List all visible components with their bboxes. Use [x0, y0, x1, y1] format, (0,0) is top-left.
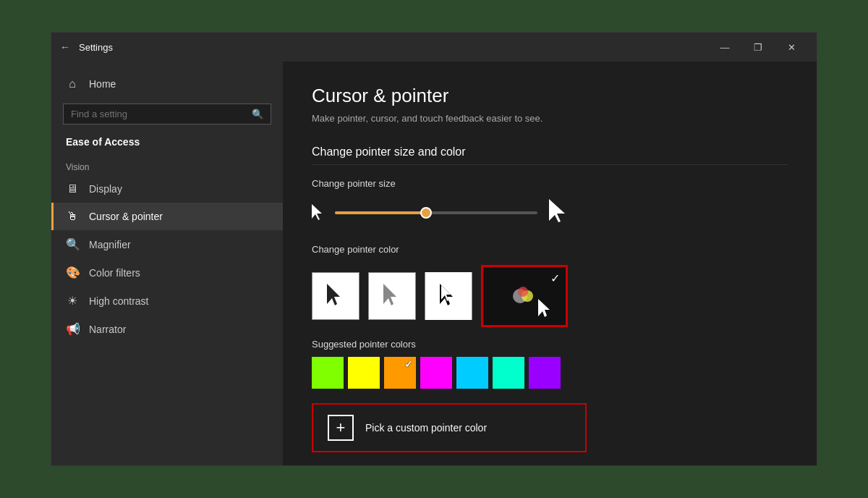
- sidebar-group-vision: Vision: [51, 156, 283, 175]
- narrator-icon: 📢: [66, 322, 79, 336]
- display-icon: 🖥: [66, 182, 79, 195]
- color-option-black[interactable]: [312, 272, 359, 320]
- pointer-size-slider-row: [312, 199, 788, 227]
- swatch-orange[interactable]: [384, 357, 416, 389]
- swatch-purple[interactable]: [529, 357, 561, 389]
- suggested-colors-row: [312, 357, 788, 389]
- close-button[interactable]: ✕: [775, 33, 808, 62]
- sidebar: ⌂ Home 🔍 Ease of Access Vision 🖥 Display…: [51, 62, 283, 465]
- plus-icon: +: [328, 415, 354, 441]
- sidebar-item-label: Display: [89, 183, 122, 195]
- sidebar-item-magnifier[interactable]: 🔍 Magnifier: [51, 230, 283, 258]
- svg-marker-3: [383, 284, 396, 305]
- sidebar-item-label: Color filters: [89, 267, 140, 279]
- minimize-button[interactable]: —: [708, 33, 741, 62]
- pointer-color-label: Change pointer color: [312, 244, 788, 255]
- svg-marker-0: [312, 204, 322, 220]
- pointer-color-options: ✓: [312, 265, 788, 327]
- search-icon: 🔍: [252, 109, 263, 119]
- sidebar-item-label: High contrast: [89, 295, 148, 307]
- svg-marker-9: [538, 299, 550, 317]
- invert-box: [425, 272, 472, 320]
- section-heading: Change pointer size and color: [312, 145, 788, 165]
- swatch-teal[interactable]: [493, 357, 524, 389]
- sidebar-item-label: Cursor & pointer: [89, 211, 163, 222]
- sidebar-item-narrator[interactable]: 📢 Narrator: [51, 315, 283, 343]
- selected-checkmark: ✓: [550, 271, 560, 285]
- sidebar-item-home[interactable]: ⌂ Home: [51, 70, 283, 98]
- titlebar: ← Settings — ❐ ✕: [51, 33, 817, 62]
- svg-point-8: [518, 287, 528, 297]
- size-slider-track[interactable]: [335, 211, 537, 214]
- slider-fill: [335, 211, 426, 214]
- sidebar-item-cursor[interactable]: 🖱 Cursor & pointer: [51, 203, 283, 230]
- svg-marker-1: [549, 199, 565, 222]
- window-controls: — ❐ ✕: [708, 33, 808, 62]
- main-content: Cursor & pointer Make pointer, cursor, a…: [283, 62, 817, 465]
- color-option-custom[interactable]: ✓: [481, 265, 568, 327]
- swatch-yellow[interactable]: [348, 357, 380, 389]
- sidebar-item-display[interactable]: 🖥 Display: [51, 175, 283, 203]
- high-contrast-icon: ☀: [66, 294, 79, 308]
- sidebar-item-label: Narrator: [89, 324, 126, 335]
- page-title: Cursor & pointer: [312, 85, 788, 107]
- sidebar-item-label: Magnifier: [89, 239, 131, 250]
- swatch-magenta[interactable]: [420, 357, 452, 389]
- sidebar-section-title: Ease of Access: [51, 133, 283, 156]
- home-icon: ⌂: [66, 77, 79, 90]
- color-option-white[interactable]: [368, 272, 416, 320]
- cursor-large-icon: [549, 199, 568, 227]
- page-subtitle: Make pointer, cursor, and touch feedback…: [312, 113, 788, 124]
- svg-marker-2: [327, 284, 340, 305]
- swatch-lime[interactable]: [312, 357, 344, 389]
- sidebar-item-color-filters[interactable]: 🎨 Color filters: [51, 258, 283, 287]
- swatch-cyan[interactable]: [456, 357, 488, 389]
- custom-color-label: Pick a custom pointer color: [365, 422, 487, 434]
- settings-window: ← Settings — ❐ ✕ ⌂ Home 🔍 Ease of Access…: [51, 32, 817, 466]
- suggested-label: Suggested pointer colors: [312, 339, 788, 350]
- content-area: ⌂ Home 🔍 Ease of Access Vision 🖥 Display…: [51, 62, 817, 465]
- magnifier-icon: 🔍: [66, 237, 79, 251]
- search-input[interactable]: [71, 109, 246, 119]
- pointer-size-label: Change pointer size: [312, 178, 788, 189]
- slider-thumb[interactable]: [420, 207, 432, 219]
- color-filters-icon: 🎨: [66, 266, 79, 279]
- back-button[interactable]: ←: [60, 41, 70, 53]
- cursor-pointer-icon: 🖱: [66, 210, 79, 223]
- maximize-button[interactable]: ❐: [741, 33, 775, 62]
- custom-color-button[interactable]: + Pick a custom pointer color: [312, 403, 587, 452]
- sidebar-item-high-contrast[interactable]: ☀ High contrast: [51, 287, 283, 315]
- color-option-invert[interactable]: [425, 272, 472, 320]
- search-box[interactable]: 🔍: [63, 104, 271, 124]
- window-title: Settings: [79, 42, 113, 53]
- home-label: Home: [89, 78, 116, 90]
- cursor-small-icon: [312, 204, 323, 222]
